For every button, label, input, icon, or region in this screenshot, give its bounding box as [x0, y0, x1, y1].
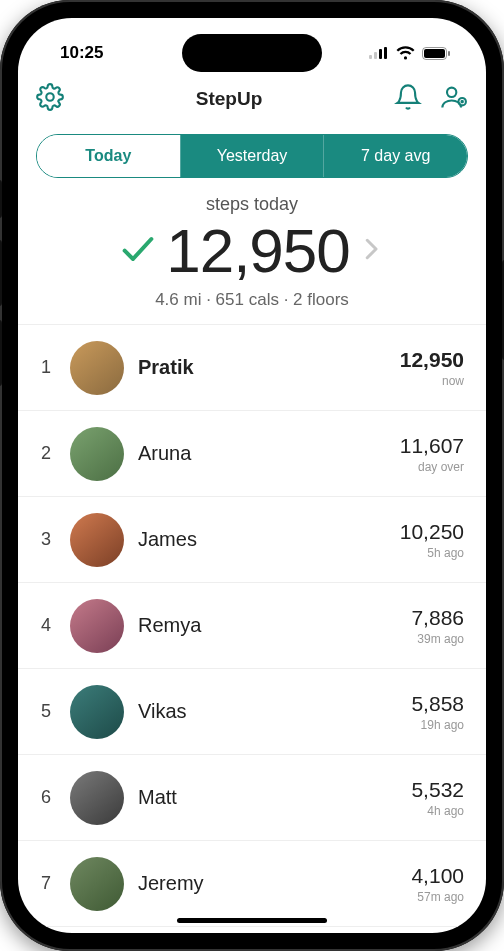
rank: 1	[36, 357, 56, 378]
svg-rect-1	[374, 52, 377, 59]
friend-name: Jeremy	[138, 872, 411, 895]
steps-col: 7,88639m ago	[411, 606, 464, 646]
leaderboard-row[interactable]: 5Vikas5,85819h ago	[18, 669, 486, 755]
updated-ago: 57m ago	[411, 890, 464, 904]
settings-button[interactable]	[36, 83, 64, 115]
rank: 5	[36, 701, 56, 722]
svg-point-7	[46, 93, 53, 100]
steps-col: 11,607day over	[400, 434, 464, 474]
svg-rect-6	[448, 51, 450, 56]
segmented-control: TodayYesterday7 day avg	[36, 134, 468, 178]
leaderboard-row[interactable]: 3James10,2505h ago	[18, 497, 486, 583]
avatar	[70, 341, 124, 395]
updated-ago: day over	[400, 460, 464, 474]
device-side-button	[0, 320, 2, 386]
friend-name: James	[138, 528, 400, 551]
updated-ago: 5h ago	[400, 546, 464, 560]
leaderboard-row[interactable]: 4Remya7,88639m ago	[18, 583, 486, 669]
device-side-button	[0, 240, 2, 306]
updated-ago: 4h ago	[411, 804, 464, 818]
bell-icon	[394, 83, 422, 111]
svg-point-8	[447, 88, 456, 97]
leaderboard-row[interactable]: 1Pratik12,950now	[18, 325, 486, 411]
friend-steps: 12,950	[400, 348, 464, 372]
friend-name: Matt	[138, 786, 411, 809]
updated-ago: now	[400, 374, 464, 388]
page-title: StepUp	[196, 88, 263, 110]
dynamic-island	[182, 34, 322, 72]
rank: 7	[36, 873, 56, 894]
avatar	[70, 427, 124, 481]
avatar	[70, 599, 124, 653]
tab-yesterday[interactable]: Yesterday	[180, 135, 324, 177]
avatar	[70, 857, 124, 911]
friend-name: Vikas	[138, 700, 411, 723]
leaderboard-row[interactable]: 7Jeremy4,10057m ago	[18, 841, 486, 927]
leaderboard-list: 1Pratik12,950now2Aruna11,607day over3Jam…	[18, 324, 486, 933]
home-indicator	[177, 918, 327, 923]
wifi-icon	[396, 46, 415, 60]
tab-today[interactable]: Today	[37, 135, 180, 177]
friend-steps: 10,250	[400, 520, 464, 544]
person-add-icon	[440, 83, 468, 111]
leaderboard-row[interactable]: 8Mellina1.558	[18, 927, 486, 933]
friend-name: Aruna	[138, 442, 400, 465]
steps-count: 12,950	[166, 215, 350, 286]
friend-steps: 11,607	[400, 434, 464, 458]
friend-steps: 5,532	[411, 778, 464, 802]
cellular-icon	[369, 47, 389, 59]
leaderboard-row[interactable]: 6Matt5,5324h ago	[18, 755, 486, 841]
friend-name: Remya	[138, 614, 411, 637]
add-friend-button[interactable]	[440, 83, 468, 115]
steps-label: steps today	[18, 194, 486, 215]
avatar	[70, 513, 124, 567]
svg-rect-5	[424, 49, 445, 58]
segmented-control-wrap: TodayYesterday7 day avg	[18, 124, 486, 186]
rank: 3	[36, 529, 56, 550]
leaderboard-row[interactable]: 2Aruna11,607day over	[18, 411, 486, 497]
updated-ago: 39m ago	[411, 632, 464, 646]
avatar	[70, 771, 124, 825]
device-side-button	[0, 180, 2, 218]
updated-ago: 19h ago	[411, 718, 464, 732]
tab-7-day-avg[interactable]: 7 day avg	[323, 135, 467, 177]
steps-count-row: 12,950	[18, 215, 486, 286]
screen: 10:25 StepUp	[18, 18, 486, 933]
svg-rect-2	[379, 49, 382, 59]
rank: 6	[36, 787, 56, 808]
steps-col: 4,10057m ago	[411, 864, 464, 904]
avatar	[70, 685, 124, 739]
steps-summary[interactable]: steps today 12,950 4.6 mi · 651 cals · 2…	[18, 186, 486, 324]
gear-icon	[36, 83, 64, 111]
device-frame: 10:25 StepUp	[0, 0, 504, 951]
rank: 4	[36, 615, 56, 636]
friend-steps: 5,858	[411, 692, 464, 716]
goal-check-icon	[118, 229, 158, 273]
svg-rect-3	[384, 47, 387, 59]
steps-col: 5,5324h ago	[411, 778, 464, 818]
notifications-button[interactable]	[394, 83, 422, 115]
friend-steps: 7,886	[411, 606, 464, 630]
nav-bar: StepUp	[18, 74, 486, 124]
steps-col: 10,2505h ago	[400, 520, 464, 560]
steps-col: 5,85819h ago	[411, 692, 464, 732]
steps-col: 12,950now	[400, 348, 464, 388]
friend-steps: 4,100	[411, 864, 464, 888]
steps-metrics: 4.6 mi · 651 cals · 2 floors	[18, 290, 486, 310]
rank: 2	[36, 443, 56, 464]
friend-name: Pratik	[138, 356, 400, 379]
chevron-right-icon	[356, 227, 386, 275]
svg-rect-0	[369, 55, 372, 59]
status-indicators	[369, 46, 450, 60]
status-time: 10:25	[60, 43, 103, 63]
battery-icon	[422, 47, 450, 60]
